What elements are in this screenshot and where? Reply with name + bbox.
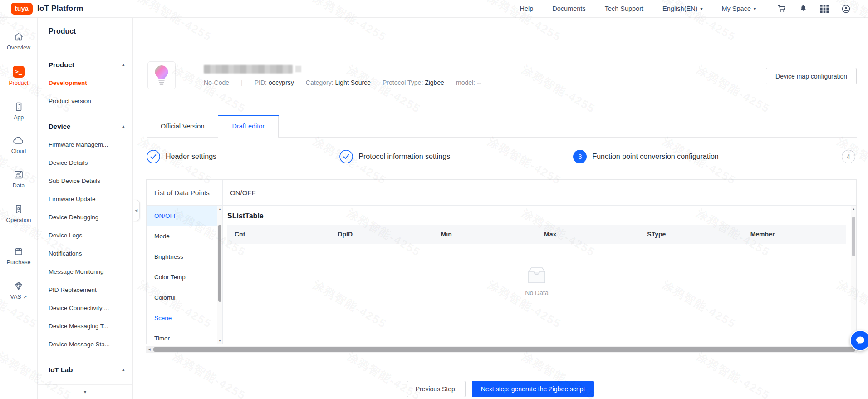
sidebar-page-title: Product [38, 18, 132, 45]
datapoint-item-scene[interactable]: Scene [147, 308, 217, 328]
rail-item-app[interactable]: App [13, 101, 24, 121]
sidebar-item-device-debugging[interactable]: Device Debugging [49, 208, 124, 226]
step-connector [456, 157, 567, 157]
sidebar-item-device-logs[interactable]: Device Logs [49, 226, 124, 244]
next-step-button[interactable]: Next step: generate the Zigbee script [472, 381, 594, 397]
empty-state: No Data [227, 266, 846, 296]
sidebar-scroll-down[interactable]: ▾ [38, 384, 132, 399]
horizontal-scrollbar[interactable]: ◀ [146, 346, 857, 353]
device-name-redacted-tail [295, 66, 301, 72]
support-chat-button[interactable] [850, 330, 868, 351]
device-protocol: Protocol Type: Zigbee [383, 79, 444, 86]
empty-box-icon [524, 266, 549, 285]
rail-item-cloud[interactable]: Cloud [11, 136, 26, 154]
scroll-up-icon[interactable]: ▲ [218, 206, 221, 212]
device-map-configuration-button[interactable]: Device map configuration [766, 68, 857, 84]
menu-gap [49, 110, 124, 117]
apps-grid-icon[interactable] [820, 5, 829, 13]
datapoint-list-scrollbar[interactable]: ▲ ▼ [217, 206, 222, 344]
collapse-left-icon: ◀ [135, 208, 137, 212]
sidebar-collapse-handle[interactable]: ◀ [133, 200, 140, 221]
nav-help[interactable]: Help [520, 5, 533, 12]
sidebar-section-device[interactable]: Device ▴ [49, 117, 124, 135]
product-image [147, 61, 176, 89]
chat-bubble-icon [855, 335, 866, 346]
step-number-badge: 4 [842, 150, 855, 163]
sidebar-item-firmware-management[interactable]: Firmware Managem... [49, 135, 124, 153]
cloud-icon [13, 136, 25, 146]
rail-item-operation[interactable]: Operation [6, 204, 31, 223]
panel-header: List of Data Points ON/OFF [147, 180, 856, 206]
language-selector[interactable]: English(EN) ▾ [662, 5, 702, 12]
step-header-settings[interactable]: Header settings [147, 150, 216, 163]
rail-item-vas[interactable]: VAS ↗ [10, 281, 27, 300]
scroll-down-icon[interactable]: ▼ [218, 337, 221, 344]
chart-icon [13, 169, 24, 180]
rail-item-label: App [14, 114, 24, 121]
rail-item-product[interactable]: >_ Product [9, 66, 28, 86]
datapoint-item-on-off[interactable]: ON/OFF [147, 206, 217, 226]
sidebar-section-product[interactable]: Product ▴ [49, 55, 124, 74]
rail-item-overview[interactable]: Overview [7, 31, 30, 51]
primary-sidebar-rail: Overview >_ Product App Cloud Data [0, 18, 38, 399]
step-protocol-information[interactable]: Protocol information settings [339, 150, 450, 163]
rail-item-purchase[interactable]: Purchase [7, 246, 31, 266]
top-nav: Help Documents Tech Support English(EN) … [520, 5, 756, 12]
notification-bell-icon[interactable] [799, 4, 808, 13]
empty-state-text: No Data [525, 289, 548, 296]
home-icon [13, 31, 24, 42]
cart-icon[interactable] [777, 4, 786, 13]
sidebar-item-device-messaging[interactable]: Device Messaging T... [49, 317, 124, 335]
selected-datapoint-title: ON/OFF [223, 180, 856, 205]
scrollbar-thumb[interactable] [852, 217, 855, 256]
tab-official-version[interactable]: Official Version [147, 115, 218, 137]
column-header-member: Member [743, 231, 846, 238]
table-vertical-scrollbar[interactable]: ▲ ▼ [851, 206, 856, 344]
sidebar-section-iot-lab[interactable]: IoT Lab ▴ [49, 360, 124, 379]
panel-body: ON/OFF Mode Brightness Color Temp Colorf… [147, 206, 856, 344]
datapoint-item-brightness[interactable]: Brightness [147, 246, 217, 267]
sidebar-item-firmware-update[interactable]: Firmware Update [49, 190, 124, 208]
rail-item-label: Product [9, 80, 28, 86]
device-pid: PID: oocyprsy [255, 79, 294, 86]
tuya-logo[interactable]: tuya [11, 3, 33, 15]
datapoint-item-timer[interactable]: Timer [147, 328, 217, 344]
rail-divider [8, 235, 29, 235]
avatar[interactable] [841, 4, 851, 14]
sidebar-item-device-details[interactable]: Device Details [49, 153, 124, 172]
scrollbar-thumb[interactable] [218, 225, 221, 302]
my-space-menu[interactable]: My Space ▾ [721, 5, 756, 12]
rail-item-label: VAS ↗ [10, 294, 27, 300]
datapoint-item-color-temp[interactable]: Color Temp [147, 267, 217, 287]
sidebar-item-device-connectivity[interactable]: Device Connectivity ... [49, 299, 124, 317]
nav-documents[interactable]: Documents [552, 5, 585, 12]
sidebar-item-sub-device-details[interactable]: Sub Device Details [49, 172, 124, 190]
sidebar-item-notifications[interactable]: Notifications [49, 244, 124, 262]
sidebar-item-product-version[interactable]: Product version [49, 92, 124, 110]
scrollbar-thumb[interactable] [153, 347, 855, 352]
step-function-point-conversion[interactable]: 3 Function point conversion configuratio… [573, 150, 718, 163]
sidebar-item-message-monitoring[interactable]: Message Monitoring [49, 262, 124, 281]
divider: | [241, 79, 243, 86]
main-content: ◀ No-Code | PID: oocyprsy [133, 18, 868, 399]
collapse-up-icon: ▴ [122, 62, 124, 67]
datapoint-item-mode[interactable]: Mode [147, 226, 217, 246]
rail-item-data[interactable]: Data [13, 169, 25, 189]
datapoint-panel: List of Data Points ON/OFF ON/OFF Mode B… [146, 179, 857, 344]
step-four[interactable]: 4 [842, 150, 855, 163]
device-model: model: -- [456, 79, 481, 86]
datapoint-item-colorful[interactable]: Colorful [147, 287, 217, 308]
sidebar-menu: Product ▴ Development Product version De… [38, 45, 132, 379]
sidebar-item-device-message-sta[interactable]: Device Message Sta... [49, 335, 124, 353]
tab-draft-editor[interactable]: Draft editor [218, 115, 279, 137]
nav-tech-support[interactable]: Tech Support [605, 5, 643, 12]
scroll-left-icon[interactable]: ◀ [146, 346, 152, 353]
my-space-label: My Space [721, 5, 750, 12]
sidebar-item-development[interactable]: Development [49, 74, 124, 92]
sidebar-item-pid-replacement[interactable]: PID Replacement [49, 281, 124, 299]
device-name-redacted [204, 65, 293, 74]
slist-table-title: SListTable [227, 212, 846, 220]
scroll-up-icon[interactable]: ▲ [852, 206, 855, 212]
previous-step-button[interactable]: Previous Step: [407, 381, 466, 397]
top-icon-group [777, 4, 851, 14]
